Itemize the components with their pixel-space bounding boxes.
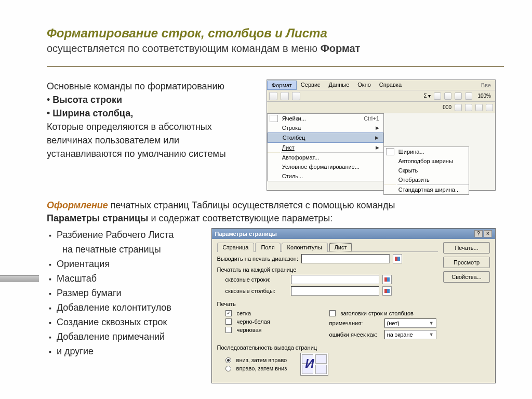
print-section-label: Печать <box>217 301 490 307</box>
menu-item-autoformat[interactable]: Автоформат... <box>268 153 383 162</box>
print-range-label: Выводить на печать диапазон: <box>217 256 298 262</box>
toolbar-icon[interactable] <box>281 92 289 100</box>
print-button[interactable]: Печать... <box>443 242 490 254</box>
close-button[interactable]: × <box>484 230 492 237</box>
draft-checkbox[interactable] <box>225 327 232 333</box>
border-icon[interactable] <box>475 104 483 111</box>
zoom-box[interactable]: 100% <box>475 93 493 99</box>
through-cols-label: сквозные столбцы: <box>225 288 288 294</box>
menu-item-conditional[interactable]: Условное форматирование... <box>268 162 383 171</box>
menu-item-sheet[interactable]: Лист▶ <box>268 143 383 152</box>
preview-button[interactable]: Просмотр <box>443 257 490 268</box>
menu-item-style[interactable]: Стиль... <box>268 171 383 181</box>
headers-checkbox[interactable] <box>329 310 336 316</box>
through-rows-input[interactable] <box>291 275 379 284</box>
menu-format[interactable]: Формат <box>267 81 297 90</box>
side-decoration <box>0 275 39 282</box>
fill-icon[interactable] <box>486 104 493 111</box>
divider <box>47 66 504 67</box>
toolbar-icon[interactable] <box>269 92 277 100</box>
dropdown-column-sub: Ширина... Автоподбор ширины Скрыть Отобр… <box>383 147 469 195</box>
dialog-titlebar: Параметры страницы ? × <box>212 229 495 239</box>
menu-item-column[interactable]: Столбец▶ <box>268 132 383 143</box>
through-cols-input[interactable] <box>291 286 379 296</box>
params-list: Разбиение Рабочего Листа на печатные стр… <box>47 228 202 358</box>
help-button[interactable]: ? <box>474 230 483 237</box>
order-down-radio[interactable] <box>225 357 231 363</box>
notes-combo[interactable]: (нет)▼ <box>384 318 436 328</box>
submenu-hide[interactable]: Скрыть <box>384 166 469 175</box>
dialog-tabs: Страница Поля Колонтитулы Лист <box>217 242 438 252</box>
dropdown-format: Ячейки...Ctrl+1 Строка▶ Столбец▶ Лист▶ А… <box>267 113 384 181</box>
page-order-label: Последовательность вывода страниц <box>217 344 490 351</box>
grid-checkbox[interactable] <box>225 310 232 316</box>
chart-icon[interactable] <box>455 92 462 100</box>
slide-subtitle: осуществляется по соответствующим команд… <box>47 43 496 55</box>
through-rows-label: сквозные строки: <box>225 276 288 283</box>
toolbar-icon[interactable] <box>292 92 300 100</box>
outdent-icon[interactable] <box>465 104 472 111</box>
print-range-input[interactable] <box>301 254 390 263</box>
each-page-label: Печатать на каждой странице <box>217 267 438 273</box>
menu-data[interactable]: Данные <box>325 81 354 90</box>
menu-item-row[interactable]: Строка▶ <box>268 123 383 132</box>
properties-button[interactable]: Свойства... <box>443 271 490 283</box>
menu-service[interactable]: Сервис <box>297 81 325 90</box>
cols-picker-icon[interactable] <box>382 286 392 296</box>
toolbar-2: 000 <box>267 102 495 113</box>
tab-margins[interactable]: Поля <box>255 243 280 252</box>
menubar-right-text: Вве <box>477 81 495 89</box>
menu-item-cells[interactable]: Ячейки...Ctrl+1 <box>268 114 383 123</box>
rows-picker-icon[interactable] <box>382 275 392 284</box>
indent-icon[interactable] <box>455 104 462 111</box>
sort-asc-icon[interactable] <box>434 92 441 100</box>
drawing-icon[interactable] <box>465 92 472 100</box>
menu-help[interactable]: Справка <box>375 81 406 90</box>
sort-desc-icon[interactable] <box>444 92 451 100</box>
tab-page[interactable]: Страница <box>217 243 255 252</box>
commands-text: Основные команды по форматированию • Выс… <box>47 79 256 161</box>
page-setup-dialog: Параметры страницы ? × Страница Поля Кол… <box>211 228 496 383</box>
submenu-width[interactable]: Ширина... <box>384 147 469 156</box>
tab-sheet[interactable]: Лист <box>329 243 353 252</box>
range-picker-icon[interactable] <box>393 254 402 263</box>
slide-title: Форматирование строк, столбцов и Листа <box>47 26 496 41</box>
bw-checkbox[interactable] <box>225 318 232 325</box>
toolbar-1: Σ ▾ 100% <box>267 90 495 102</box>
submenu-autofit[interactable]: Автоподбор ширины <box>384 156 469 166</box>
excel-menu-screenshot: Формат Сервис Данные Окно Справка Вве Σ … <box>267 79 496 191</box>
menu-window[interactable]: Окно <box>353 81 375 90</box>
order-right-radio[interactable] <box>225 366 231 371</box>
submenu-std-width[interactable]: Стандартная ширина... <box>384 185 469 194</box>
submenu-unhide[interactable]: Отобразить <box>384 175 469 184</box>
errors-combo[interactable]: на экране▼ <box>384 330 436 339</box>
menubar: Формат Сервис Данные Окно Справка Вве <box>267 80 495 90</box>
tab-headers[interactable]: Колонтитулы <box>282 243 328 252</box>
page-order-icon: И <box>300 353 328 376</box>
paragraph-2: Оформление печатных страниц Таблицы осущ… <box>47 199 496 225</box>
